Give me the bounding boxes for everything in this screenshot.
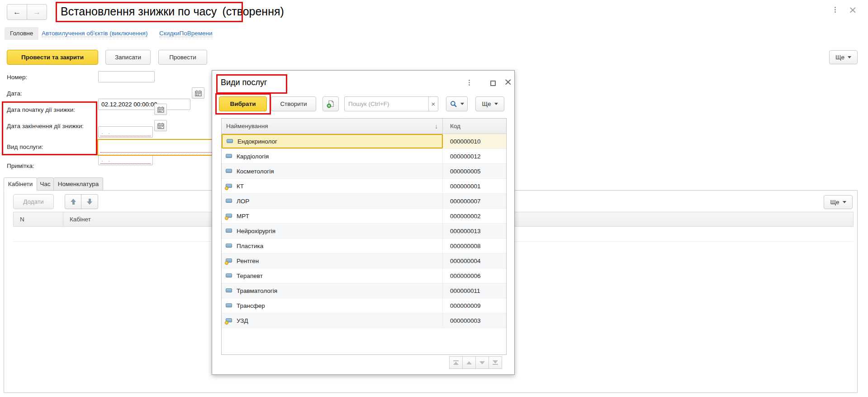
save-button[interactable]: Записати: [105, 50, 151, 65]
service-code: 000000010: [443, 134, 506, 148]
tab-time-label: Час: [40, 181, 50, 187]
search-icon: [450, 100, 457, 108]
date-calendar-button[interactable]: [192, 87, 204, 99]
service-name: Косметологія: [237, 168, 274, 175]
move-up-button[interactable]: [65, 194, 82, 209]
service-row[interactable]: КТ000000001: [222, 179, 506, 194]
scroll-up-button[interactable]: [462, 356, 476, 369]
nav-tab-main[interactable]: Головне: [5, 27, 38, 40]
service-row[interactable]: Терапевт000000006: [222, 268, 506, 283]
item-with-marker-icon: [226, 184, 232, 188]
tab-cabinets[interactable]: Кабінети: [4, 177, 37, 191]
arrow-up-icon: [71, 199, 76, 205]
service-code: 000000001: [443, 179, 506, 193]
search-input[interactable]: [345, 97, 428, 111]
more-button-dialog[interactable]: Ще: [475, 96, 504, 111]
number-input[interactable]: [98, 71, 155, 82]
page-title: Встановлення знижки по часу (створення): [61, 5, 284, 18]
service-row[interactable]: Трансфер000000009: [222, 298, 506, 313]
service-row[interactable]: Нейрохірургія000000013: [222, 224, 506, 239]
find-button[interactable]: [446, 96, 468, 111]
service-row[interactable]: Рентген000000004: [222, 254, 506, 268]
more-dialog-label: Ще: [482, 100, 491, 107]
window-menu-icon[interactable]: [835, 7, 836, 13]
new-document-icon: [327, 100, 335, 108]
chevron-down-icon: [460, 103, 464, 105]
window-close-icon[interactable]: ×: [849, 5, 857, 15]
post-and-close-button[interactable]: Провести та закрити: [7, 50, 98, 65]
forward-arrow-icon: →: [33, 8, 41, 17]
more-button-grid[interactable]: Ще: [824, 195, 853, 209]
service-code: 000000007: [443, 194, 506, 208]
scroll-last-button[interactable]: [489, 356, 502, 369]
service-name: Рентген: [237, 258, 259, 264]
service-table-header: Найменування ↓ Код: [222, 119, 506, 134]
service-name: Нейрохірургія: [237, 228, 275, 234]
tab-cabinets-label: Кабінети: [8, 181, 33, 187]
column-header-code[interactable]: Код: [443, 119, 506, 134]
service-row[interactable]: Ендокринолог000000010: [222, 134, 506, 149]
move-down-button[interactable]: [81, 194, 98, 209]
create-button[interactable]: Створити: [271, 96, 316, 111]
item-icon: [226, 229, 232, 233]
start-date-input[interactable]: . .: [98, 126, 153, 138]
nav-link-exclusions[interactable]: Автовилучення об'єктів (виключення): [42, 30, 147, 37]
tab-nomenclature[interactable]: Номенклатура: [53, 177, 103, 191]
item-icon: [226, 303, 232, 308]
service-code: 000000011: [443, 283, 506, 298]
end-date-label: Дата закінчення дії знижки:: [7, 123, 84, 129]
save-label: Записати: [115, 54, 141, 61]
service-row[interactable]: УЗД000000003: [222, 313, 506, 328]
select-button[interactable]: Вибрати: [219, 96, 267, 111]
service-rows-container: Ендокринолог000000010Кардіологія00000001…: [222, 134, 506, 354]
item-icon: [226, 244, 232, 248]
nav-link-discounts[interactable]: СкидкиПоВремени: [159, 30, 213, 37]
end-date-calendar-button[interactable]: [154, 120, 167, 131]
calendar-icon: [195, 90, 202, 96]
forward-button[interactable]: →: [27, 4, 47, 20]
scroll-down-icon: [479, 361, 485, 364]
tab-nomenclature-label: Номенклатура: [58, 181, 99, 187]
service-row[interactable]: Травматологія000000011: [222, 283, 506, 298]
date-label: Дата:: [7, 90, 22, 97]
post-label: Провести: [169, 54, 196, 61]
dialog-menu-icon[interactable]: [469, 80, 470, 86]
service-name: МРТ: [237, 213, 249, 220]
service-row[interactable]: Пластика000000008: [222, 239, 506, 254]
search-clear-button[interactable]: ×: [428, 97, 438, 111]
dialog-close-icon[interactable]: ×: [504, 77, 512, 87]
application-window: ← → Встановлення знижки по часу (створен…: [0, 0, 868, 397]
service-name: КТ: [237, 183, 244, 190]
date-value: 02.12.2022 00:00:00: [101, 101, 157, 108]
column-header-name[interactable]: Найменування ↓: [222, 119, 443, 134]
add-row-button[interactable]: Додати: [13, 194, 54, 209]
service-name: Кардіологія: [237, 153, 269, 160]
dialog-title: Види послуг: [221, 78, 267, 87]
history-nav-group: ← →: [7, 4, 47, 20]
service-name: Ендокринолог: [237, 138, 277, 145]
service-row[interactable]: Косметологія000000005: [222, 164, 506, 179]
item-icon: [226, 169, 232, 173]
arrow-down-icon: [87, 199, 92, 205]
more-button-top[interactable]: Ще: [829, 50, 858, 64]
post-button[interactable]: Провести: [158, 50, 207, 65]
service-row[interactable]: МРТ000000002: [222, 209, 506, 224]
back-button[interactable]: ←: [7, 4, 27, 20]
create-group-button[interactable]: [323, 96, 339, 111]
service-code: 000000009: [443, 298, 506, 313]
item-icon: [226, 273, 232, 278]
start-date-calendar-button[interactable]: [154, 104, 167, 115]
scroll-down-button[interactable]: [475, 356, 489, 369]
page-title-suffix: (створення): [222, 5, 284, 18]
tab-time[interactable]: Час: [37, 177, 54, 191]
start-date-mask: . .: [101, 129, 112, 135]
scroll-first-button[interactable]: [449, 356, 463, 369]
date-input[interactable]: 02.12.2022 00:00:00: [98, 99, 190, 110]
select-label: Вибрати: [230, 100, 256, 107]
item-with-marker-icon: [226, 318, 232, 323]
column-header-n[interactable]: N: [14, 212, 63, 226]
service-row[interactable]: Кардіологія000000012: [222, 149, 506, 164]
dialog-maximize-icon[interactable]: [490, 81, 496, 86]
service-row[interactable]: ЛОР000000007: [222, 194, 506, 209]
back-arrow-icon: ←: [13, 8, 21, 17]
